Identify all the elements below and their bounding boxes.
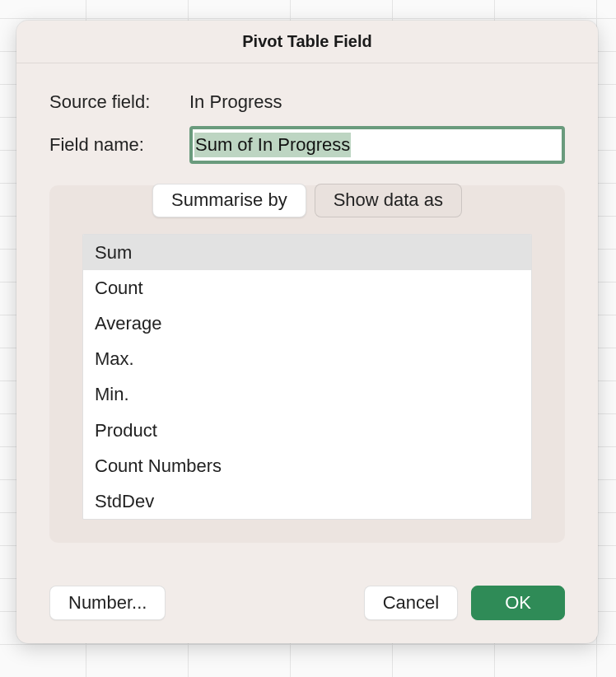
list-item[interactable]: Count [83,270,531,306]
field-name-label: Field name: [49,134,189,156]
list-item[interactable]: Min. [83,376,531,412]
cancel-button[interactable]: Cancel [364,586,458,620]
source-field-label: Source field: [49,91,189,113]
list-item[interactable]: Count Numbers [83,448,531,483]
tab-strip: Summarise by Show data as [49,184,565,217]
tab-show-data-as[interactable]: Show data as [315,184,462,217]
list-item[interactable]: Max. [83,341,531,376]
list-item[interactable]: Average [83,306,531,341]
footer-right-group: Cancel OK [364,586,565,620]
field-name-row: Field name: Sum of In Progress [49,126,565,164]
ok-button[interactable]: OK [471,586,565,620]
source-field-value: In Progress [189,91,282,113]
field-name-input-wrap[interactable]: Sum of In Progress [189,126,565,164]
dialog-footer: Number... Cancel OK [16,566,598,643]
list-item[interactable]: Product [83,413,531,448]
source-field-row: Source field: In Progress [49,91,565,113]
dialog-content: Source field: In Progress Field name: Su… [16,63,598,566]
tab-summarise-by[interactable]: Summarise by [152,184,306,217]
summary-panel: Summarise by Show data as Sum Count Aver… [49,185,565,543]
function-listbox[interactable]: Sum Count Average Max. Min. Product Coun… [82,234,532,521]
list-item[interactable]: StdDev [83,483,531,519]
field-name-input[interactable]: Sum of In Progress [194,133,351,157]
dialog-titlebar: Pivot Table Field [16,21,598,63]
pivot-table-field-dialog: Pivot Table Field Source field: In Progr… [16,21,598,643]
list-item[interactable]: Sum [83,235,531,270]
number-format-button[interactable]: Number... [49,586,166,620]
dialog-title: Pivot Table Field [242,32,371,51]
